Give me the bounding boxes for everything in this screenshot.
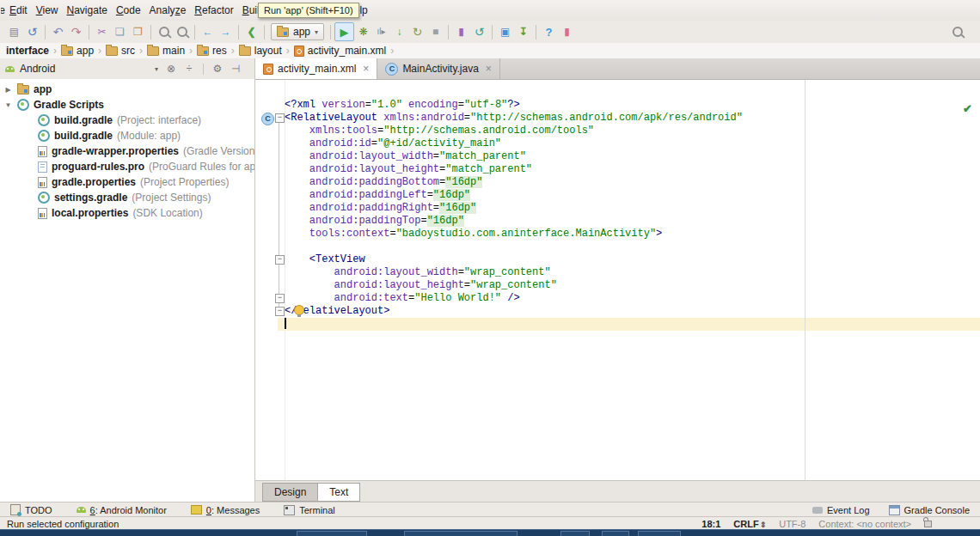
search-icon[interactable] xyxy=(948,23,966,40)
menu-view[interactable]: View xyxy=(32,2,63,19)
tree-item-gradle-scripts[interactable]: ▼Gradle Scripts xyxy=(0,97,254,113)
tree-item-local-properties[interactable]: local.properties (SDK Location) xyxy=(0,205,254,221)
right-margin-guide xyxy=(805,80,805,481)
folder-icon xyxy=(106,46,118,56)
replace-icon[interactable] xyxy=(173,23,191,40)
attach-debugger-icon[interactable]: ↓ xyxy=(390,23,408,40)
paste-icon[interactable]: ❐ xyxy=(129,23,147,40)
intention-bulb-icon[interactable] xyxy=(294,305,304,315)
cut-icon[interactable]: ✂ xyxy=(93,23,111,40)
sdk-manager-icon[interactable]: ↧ xyxy=(514,23,532,40)
inspection-status-icon[interactable]: ✔ xyxy=(963,102,972,115)
gradle-icon xyxy=(38,192,50,204)
file-encoding[interactable]: UTF-8 xyxy=(779,519,805,529)
gradle-icon xyxy=(38,114,50,126)
avd-manager-icon[interactable]: ▮ xyxy=(452,23,470,40)
line-separator-selector[interactable]: CRLF⇕ xyxy=(733,519,766,529)
redo-icon[interactable]: ↷ xyxy=(67,23,85,40)
hide-panel-icon[interactable]: ⊣ xyxy=(228,62,243,76)
gradle-console-button[interactable]: Gradle Console xyxy=(889,505,970,515)
unlock-icon[interactable] xyxy=(924,521,932,527)
android-monitor-button[interactable]: 6: Android Monitor xyxy=(77,505,167,515)
expand-arrow-icon[interactable]: ▶ xyxy=(3,86,13,94)
code-line: android:layout_height="match_parent" xyxy=(285,163,980,176)
breadcrumb-app[interactable]: app xyxy=(59,45,95,57)
editor-tab-activity-main-xml[interactable]: activity_main.xml× xyxy=(255,58,377,79)
restart-icon[interactable]: ↻ xyxy=(408,23,426,40)
tree-item-build-gradle[interactable]: build.gradle (Project: interface) xyxy=(0,113,254,128)
run-config-selector[interactable]: app▾ xyxy=(271,23,324,40)
code-line: android:paddingLeft="16dp" xyxy=(285,189,980,202)
last-edit-location-icon[interactable]: ❮ xyxy=(242,23,260,40)
breadcrumb-src[interactable]: src xyxy=(104,45,137,57)
run-button[interactable]: ▶ xyxy=(334,22,354,41)
save-icon[interactable]: ▤ xyxy=(5,23,23,40)
collapse-all-icon[interactable]: ÷ xyxy=(181,62,197,76)
menu-analyze[interactable]: Analyze xyxy=(145,2,191,19)
breadcrumb-interface[interactable]: interface xyxy=(4,45,51,57)
caret-position[interactable]: 18:1 xyxy=(701,519,720,529)
main-toolbar: ▤↺↶↷✂❏❐←→❮app▾▶❋ıl▸↓↻■▮↺▣↧?▮ xyxy=(0,21,980,44)
tree-item-proguard-rules-pro[interactable]: proguard-rules.pro (ProGuard Rules for a… xyxy=(0,159,254,174)
menu-refactor[interactable]: Refactor xyxy=(190,2,237,19)
project-view-selector[interactable]: Android▾ xyxy=(5,63,158,75)
code-editor[interactable]: C−−−− <?xml version="1.0" encoding="utf-… xyxy=(255,80,980,481)
help-icon[interactable]: ? xyxy=(540,23,558,40)
code-text[interactable]: <?xml version="1.0" encoding="utf-8"?><R… xyxy=(285,80,980,481)
tree-item-gradle-properties[interactable]: gradle.properties (Project Properties) xyxy=(0,174,254,190)
todo-button[interactable]: TODO xyxy=(10,504,52,515)
sync-icon[interactable]: ↺ xyxy=(23,23,41,40)
undo-icon[interactable]: ↶ xyxy=(49,23,67,40)
tree-item-note: (ProGuard Rules for app) xyxy=(149,161,254,173)
editor-tab-mainactivity-java[interactable]: CMainActivity.java× xyxy=(377,58,500,79)
breadcrumb-activity-main-xml[interactable]: activity_main.xml xyxy=(292,45,388,57)
breadcrumb-layout[interactable]: layout xyxy=(237,45,284,57)
taskbar-button xyxy=(602,531,629,536)
fold-icon[interactable]: − xyxy=(275,294,285,303)
profile-icon[interactable]: ıl▸ xyxy=(372,23,390,40)
tree-item-app[interactable]: ▶app xyxy=(0,82,254,97)
debug-icon[interactable]: ❋ xyxy=(354,23,372,40)
gradle-sync-icon[interactable]: ↺ xyxy=(470,23,488,40)
tree-item-build-gradle[interactable]: build.gradle (Module: app) xyxy=(0,128,254,143)
device-monitor-icon[interactable]: ▮ xyxy=(558,23,576,40)
breadcrumb-main[interactable]: main xyxy=(145,45,187,57)
project-structure-icon[interactable]: ▣ xyxy=(496,23,514,40)
android-studio-window: FileEditViewNavigateCodeAnalyzeRefactorB… xyxy=(0,0,980,536)
tab-design[interactable]: Design xyxy=(262,483,318,502)
breadcrumb-label: app xyxy=(77,45,94,57)
forward-icon[interactable]: → xyxy=(217,23,235,40)
settings-gear-icon[interactable]: ⚙ xyxy=(210,62,225,76)
breadcrumb-res[interactable]: res xyxy=(195,45,229,57)
context-indicator[interactable]: Context: <no context> xyxy=(818,519,911,529)
chevron-down-icon: ▾ xyxy=(315,28,318,36)
code-line: <RelativeLayout xmlns:android="http://sc… xyxy=(285,112,980,125)
tree-item-note: (Project Settings) xyxy=(132,192,211,204)
tab-text[interactable]: Text xyxy=(317,483,360,502)
fold-icon[interactable]: − xyxy=(275,113,285,123)
run-tooltip: Run 'app' (Shift+F10) xyxy=(258,3,359,18)
back-icon[interactable]: ← xyxy=(199,23,217,40)
expand-arrow-icon[interactable]: ▼ xyxy=(3,101,13,109)
event-log-button[interactable]: Event Log xyxy=(812,505,870,515)
stop-icon[interactable]: ■ xyxy=(426,23,444,40)
find-icon[interactable] xyxy=(155,23,173,40)
close-tab-icon[interactable]: × xyxy=(363,63,369,75)
copy-icon[interactable]: ❏ xyxy=(111,23,129,40)
code-line: xmlns:tools="http://schemas.android.com/… xyxy=(285,125,980,137)
goto-related-class-icon[interactable]: C xyxy=(261,113,274,125)
tool-window-label: Gradle Console xyxy=(904,505,970,515)
filter-icon[interactable]: ⊗ xyxy=(163,62,179,76)
tree-item-settings-gradle[interactable]: settings.gradle (Project Settings) xyxy=(0,190,254,205)
fold-icon[interactable]: − xyxy=(275,307,285,316)
menu-navigate[interactable]: Navigate xyxy=(63,2,112,19)
close-tab-icon[interactable]: × xyxy=(486,63,492,75)
menu-code[interactable]: Code xyxy=(112,2,145,19)
menu-edit[interactable]: Edit xyxy=(5,2,32,19)
fold-icon[interactable]: − xyxy=(275,255,285,265)
tree-item-gradle-wrapper-properties[interactable]: gradle-wrapper.properties (Gradle Versio… xyxy=(0,143,254,159)
messages-button[interactable]: 0: Messages xyxy=(191,505,260,515)
terminal-button[interactable]: Terminal xyxy=(284,505,335,515)
chevron-down-icon: ▾ xyxy=(155,65,158,73)
tool-window-bar-left: TODO6: Android Monitor0: MessagesTermina… xyxy=(10,504,335,515)
